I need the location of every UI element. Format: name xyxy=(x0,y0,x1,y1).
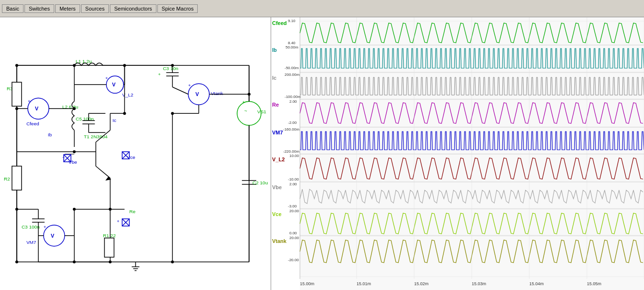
svg-text:+: + xyxy=(28,99,30,104)
svg-text:+: + xyxy=(242,100,245,105)
svg-text:V: V xyxy=(51,233,55,239)
x-label-2: 15.02m xyxy=(414,281,429,286)
svg-text:-2.00: -2.00 xyxy=(288,121,297,125)
svg-text:Ib: Ib xyxy=(48,132,52,137)
svg-text:V: V xyxy=(195,91,199,97)
waveform-panel: Cfeed 9.10 8.40 Ib 50.00m -50.00m Ic 200… xyxy=(271,17,644,290)
svg-point-128 xyxy=(73,107,76,110)
svg-text:-10.00: -10.00 xyxy=(288,177,299,181)
vce-label: Vce xyxy=(272,211,282,217)
svg-point-138 xyxy=(248,93,250,96)
svg-text:-50.00m: -50.00m xyxy=(285,66,299,70)
svg-text:VM7: VM7 xyxy=(26,240,36,245)
x-label-5: 15.05m xyxy=(587,281,601,286)
svg-point-139 xyxy=(171,112,174,115)
vl2-label: V_L2 xyxy=(272,157,285,162)
svg-text:Vtank: Vtank xyxy=(211,91,223,96)
meters-button[interactable]: Meters xyxy=(55,4,80,13)
svg-rect-87 xyxy=(105,238,114,257)
svg-point-124 xyxy=(73,64,76,67)
svg-point-123 xyxy=(15,64,18,67)
svg-point-135 xyxy=(73,261,76,264)
svg-text:2.00: 2.00 xyxy=(289,182,297,186)
svg-text:~: ~ xyxy=(244,108,247,113)
svg-text:-220.00m: -220.00m xyxy=(283,149,299,154)
svg-text:-20.00: -20.00 xyxy=(288,258,299,262)
basic-button[interactable]: Basic xyxy=(2,4,24,13)
svg-text:+: + xyxy=(188,83,191,88)
svg-point-127 xyxy=(15,107,18,110)
svg-text:V: V xyxy=(35,106,39,111)
circuit-diagram: C2 10u ~ VS1 + L1 1.2u V + V_L2 xyxy=(0,17,271,290)
svg-point-132 xyxy=(73,208,76,211)
svg-text:Ic: Ic xyxy=(113,118,117,123)
circuit-panel[interactable]: C2 10u ~ VS1 + L1 1.2u V + V_L2 xyxy=(0,17,271,290)
spice-macros-button[interactable]: Spice Macros xyxy=(157,4,198,13)
svg-point-129 xyxy=(123,112,126,115)
svg-text:2.00: 2.00 xyxy=(289,99,297,104)
svg-text:0.00: 0.00 xyxy=(289,231,297,235)
switches-button[interactable]: Switches xyxy=(24,4,54,13)
svg-point-131 xyxy=(15,208,18,211)
x-label-4: 15.04m xyxy=(529,281,544,286)
toolbar: Basic Switches Meters Sources Semiconduc… xyxy=(0,0,644,17)
svg-point-126 xyxy=(171,64,174,67)
main-area: C2 10u ~ VS1 + L1 1.2u V + V_L2 xyxy=(0,17,644,290)
x-label-0: 15.00m xyxy=(300,281,314,286)
re-label: Re xyxy=(272,102,279,108)
svg-rect-53 xyxy=(12,166,22,190)
svg-text:R1 22: R1 22 xyxy=(103,233,116,238)
svg-text:20.00: 20.00 xyxy=(289,209,299,213)
svg-text:Re: Re xyxy=(130,209,136,214)
x-label-3: 15.03m xyxy=(472,281,486,286)
svg-point-133 xyxy=(109,208,112,211)
vbe-label: Vbe xyxy=(272,184,282,190)
svg-text:-100.00m: -100.00m xyxy=(285,95,301,99)
svg-text:C3 100n: C3 100n xyxy=(22,224,40,230)
svg-text:V_L2: V_L2 xyxy=(122,92,134,97)
svg-text:-160.00m: -160.00m xyxy=(283,127,299,132)
waveform-diagram: Cfeed 9.10 8.40 Ib 50.00m -50.00m Ic 200… xyxy=(271,17,644,290)
ib-label: Ib xyxy=(272,47,277,53)
svg-text:+: + xyxy=(158,72,160,77)
svg-text:9.10: 9.10 xyxy=(288,19,296,23)
cfeed-label: Cfeed xyxy=(272,20,287,26)
svg-text:10.00: 10.00 xyxy=(289,154,299,158)
svg-point-134 xyxy=(15,261,18,264)
svg-text:+: + xyxy=(106,76,108,81)
svg-text:C2 10u: C2 10u xyxy=(252,180,268,185)
svg-rect-49 xyxy=(12,82,22,106)
svg-rect-0 xyxy=(0,18,271,290)
svg-point-136 xyxy=(109,261,112,264)
svg-text:+: + xyxy=(44,225,46,230)
vtank-label: Vtank xyxy=(272,238,287,244)
svg-text:8.40: 8.40 xyxy=(288,41,296,45)
svg-text:V: V xyxy=(112,82,116,87)
svg-text:-3.00: -3.00 xyxy=(288,204,297,208)
svg-text:50.00m: 50.00m xyxy=(286,45,298,49)
ic-label: Ic xyxy=(272,75,276,81)
x-label-1: 15.01m xyxy=(357,281,371,286)
svg-text:VS1: VS1 xyxy=(257,109,266,114)
vm7-label: VM7 xyxy=(272,130,283,135)
svg-text:C3 10n: C3 10n xyxy=(163,66,178,71)
svg-text:+: + xyxy=(117,219,119,224)
svg-text:20.00: 20.00 xyxy=(289,236,299,240)
svg-point-130 xyxy=(73,150,76,153)
svg-point-137 xyxy=(171,261,174,264)
svg-point-125 xyxy=(123,64,126,67)
semiconductors-button[interactable]: Semiconductors xyxy=(110,4,156,13)
sources-button[interactable]: Sources xyxy=(81,4,109,13)
svg-text:Cfeed: Cfeed xyxy=(26,121,39,126)
svg-text:200.00m: 200.00m xyxy=(285,72,299,77)
